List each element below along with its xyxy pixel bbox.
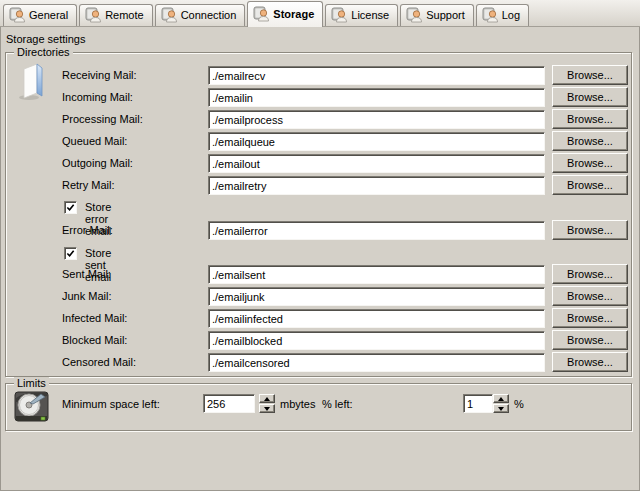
spin-up-button[interactable]: [259, 394, 275, 403]
processing-mail-row: Processing Mail: Browse...: [6, 110, 631, 132]
sent-mail-row: Sent Mail: Browse...: [6, 265, 631, 287]
min-space-label: Minimum space left:: [62, 398, 160, 410]
error-mail-input[interactable]: [208, 221, 545, 240]
processing-mail-label: Processing Mail:: [62, 113, 143, 125]
infected-mail-browse-button[interactable]: Browse...: [552, 308, 628, 328]
queued-mail-browse-button[interactable]: Browse...: [552, 131, 628, 151]
blocked-mail-browse-button[interactable]: Browse...: [552, 330, 628, 350]
check-icon: [66, 203, 75, 212]
min-space-unit: mbytes: [280, 398, 315, 410]
incoming-mail-label: Incoming Mail:: [62, 91, 133, 103]
tab-log[interactable]: Log: [476, 4, 529, 26]
blocked-mail-label: Blocked Mail:: [62, 334, 127, 346]
user-icon: [253, 6, 269, 22]
hard-disk-icon: [14, 390, 50, 424]
check-icon: [66, 249, 75, 258]
infected-mail-label: Infected Mail:: [62, 312, 127, 324]
error-mail-browse-button[interactable]: Browse...: [552, 220, 628, 240]
queued-mail-row: Queued Mail: Browse...: [6, 132, 631, 154]
user-icon: [331, 7, 347, 23]
receiving-mail-row: Receiving Mail: Browse...: [6, 66, 631, 88]
tab-label: Support: [426, 9, 465, 21]
user-icon: [406, 7, 422, 23]
limits-group-title: Limits: [14, 377, 49, 390]
queued-mail-label: Queued Mail:: [62, 135, 127, 147]
queued-mail-input[interactable]: [208, 132, 545, 151]
censored-mail-row: Censored Mail: Browse...: [6, 353, 631, 375]
censored-mail-label: Censored Mail:: [62, 356, 136, 368]
junk-mail-input[interactable]: [208, 287, 545, 306]
store-error-email-checkbox[interactable]: [64, 201, 77, 214]
user-icon: [161, 7, 177, 23]
tab-storage[interactable]: Storage: [247, 1, 323, 27]
directories-group: Directories Receiving Mail: Browse... In…: [5, 52, 632, 377]
storage-settings-window: General Remote Connection Storage Licens…: [0, 0, 640, 491]
user-icon: [9, 7, 25, 23]
tab-label: Log: [502, 9, 520, 21]
retry-mail-label: Retry Mail:: [62, 179, 115, 191]
retry-mail-row: Retry Mail: Browse...: [6, 176, 631, 198]
tab-remote[interactable]: Remote: [79, 4, 153, 26]
tab-label: Storage: [273, 8, 314, 20]
user-icon: [482, 7, 498, 23]
junk-mail-row: Junk Mail: Browse...: [6, 287, 631, 309]
junk-mail-browse-button[interactable]: Browse...: [552, 286, 628, 306]
blocked-mail-input[interactable]: [208, 331, 545, 350]
junk-mail-label: Junk Mail:: [62, 290, 112, 302]
processing-mail-input[interactable]: [208, 110, 545, 129]
tab-label: General: [29, 9, 68, 21]
user-icon: [85, 7, 101, 23]
retry-mail-browse-button[interactable]: Browse...: [552, 175, 628, 195]
directories-group-title: Directories: [14, 46, 73, 59]
censored-mail-input[interactable]: [208, 353, 545, 372]
tab-label: Connection: [181, 9, 237, 21]
receiving-mail-input[interactable]: [208, 66, 545, 85]
spin-down-button[interactable]: [259, 404, 275, 413]
error-mail-label: Error Mail:: [62, 224, 113, 236]
limits-group: Limits Minimum space left: mbytes % left…: [5, 383, 632, 431]
censored-mail-browse-button[interactable]: Browse...: [552, 352, 628, 372]
store-sent-email-checkbox[interactable]: [64, 247, 77, 260]
min-space-input[interactable]: [203, 394, 255, 413]
outgoing-mail-browse-button[interactable]: Browse...: [552, 153, 628, 173]
outgoing-mail-input[interactable]: [208, 154, 545, 173]
percent-left-label: % left:: [322, 398, 353, 410]
page-title: Storage settings: [6, 33, 86, 45]
sent-mail-input[interactable]: [208, 265, 545, 284]
tab-general[interactable]: General: [3, 4, 77, 26]
tab-bar: General Remote Connection Storage Licens…: [0, 0, 640, 27]
spin-up-button[interactable]: [493, 394, 509, 403]
outgoing-mail-row: Outgoing Mail: Browse...: [6, 154, 631, 176]
blocked-mail-row: Blocked Mail: Browse...: [6, 331, 631, 353]
retry-mail-input[interactable]: [208, 176, 545, 195]
infected-mail-input[interactable]: [208, 309, 545, 328]
spin-down-button[interactable]: [493, 404, 509, 413]
tab-connection[interactable]: Connection: [155, 4, 246, 26]
receiving-mail-label: Receiving Mail:: [62, 69, 137, 81]
arrow-down-icon: [498, 407, 504, 411]
percent-left-spinner[interactable]: [493, 394, 509, 413]
percent-left-input[interactable]: [463, 394, 493, 413]
arrow-up-icon: [264, 397, 270, 401]
percent-left-unit: %: [514, 398, 524, 410]
tab-license[interactable]: License: [325, 4, 398, 26]
infected-mail-row: Infected Mail: Browse...: [6, 309, 631, 331]
sent-mail-label: Sent Mail:: [62, 268, 111, 280]
error-mail-row: Error Mail: Browse...: [6, 221, 631, 243]
min-space-spinner[interactable]: [259, 394, 275, 413]
arrow-down-icon: [264, 407, 270, 411]
incoming-mail-input[interactable]: [208, 88, 545, 107]
outgoing-mail-label: Outgoing Mail:: [62, 157, 133, 169]
tab-label: Remote: [105, 9, 144, 21]
sent-mail-browse-button[interactable]: Browse...: [552, 264, 628, 284]
processing-mail-browse-button[interactable]: Browse...: [552, 109, 628, 129]
incoming-mail-browse-button[interactable]: Browse...: [552, 87, 628, 107]
receiving-mail-browse-button[interactable]: Browse...: [552, 65, 628, 85]
tab-label: License: [351, 9, 389, 21]
arrow-up-icon: [498, 397, 504, 401]
tab-support[interactable]: Support: [400, 4, 474, 26]
incoming-mail-row: Incoming Mail: Browse...: [6, 88, 631, 110]
